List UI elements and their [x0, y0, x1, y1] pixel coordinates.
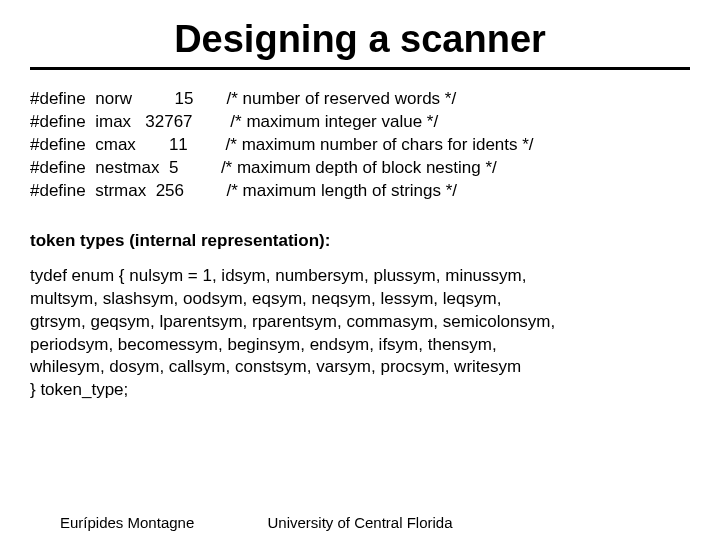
enum-line: multsym, slashsym, oodsym, eqsym, neqsym… — [30, 288, 690, 311]
define-block: #define norw 15 /* number of reserved wo… — [30, 88, 720, 203]
footer-affiliation: University of Central Florida — [0, 514, 720, 531]
section-label: token types (internal representation): — [30, 231, 690, 251]
enum-line: gtrsym, geqsym, lparentsym, rparentsym, … — [30, 311, 690, 334]
enum-block: tydef enum { nulsym = 1, idsym, numbersy… — [30, 265, 690, 403]
enum-line: whilesym, dosym, callsym, constsym, vars… — [30, 356, 690, 379]
title-underline — [30, 67, 690, 70]
enum-line: } token_type; — [30, 379, 690, 402]
enum-line: tydef enum { nulsym = 1, idsym, numbersy… — [30, 265, 690, 288]
enum-line: periodsym, becomessym, beginsym, endsym,… — [30, 334, 690, 357]
page-title: Designing a scanner — [0, 0, 720, 67]
